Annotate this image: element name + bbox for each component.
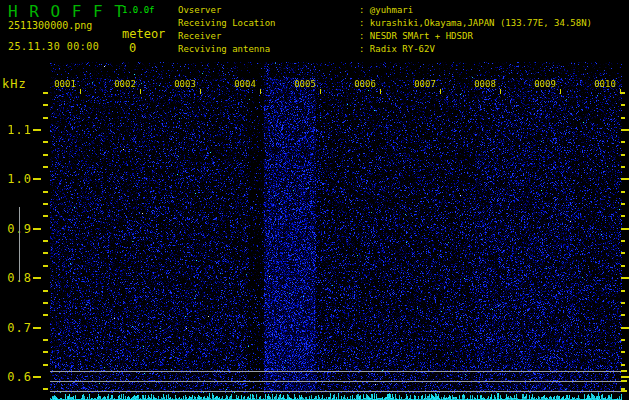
freq-minor-tick-left — [43, 351, 48, 353]
detection-band-marker — [19, 207, 20, 281]
station-info-separator: : — [359, 5, 370, 15]
time-tick — [80, 89, 81, 94]
freq-minor-tick-right — [621, 215, 625, 217]
freq-major-tick-left — [33, 277, 41, 279]
freq-minor-tick-left — [43, 203, 48, 205]
freq-tick-label: 0.8 — [4, 271, 32, 285]
station-info-label: Receiver — [178, 31, 359, 41]
freq-minor-tick-left — [43, 191, 48, 193]
freq-minor-tick-right — [621, 92, 625, 94]
freq-tick-label: 0.7 — [4, 321, 32, 335]
freq-minor-tick-right — [621, 117, 625, 119]
freq-minor-tick-right — [621, 364, 625, 366]
station-info-value: kurashiki,Okayama,JAPAN (133.77E, 34.58N… — [370, 18, 592, 28]
freq-minor-tick-left — [43, 166, 48, 168]
freq-minor-tick-left — [43, 240, 48, 242]
time-tick — [260, 89, 261, 94]
time-tick-label: 0006 — [352, 79, 378, 89]
freq-minor-tick-left — [43, 388, 48, 390]
station-info-separator: : — [359, 31, 370, 41]
freq-minor-tick-right — [621, 154, 625, 156]
time-tick — [620, 89, 621, 94]
meteor-count-value: 0 — [129, 41, 136, 55]
time-tick-label: 0007 — [412, 79, 438, 89]
station-info-row: Recviving antenna: Radix RY-62V — [178, 44, 618, 57]
capture-timestamp: 25.11.30 00:00 — [8, 41, 99, 52]
hrofft-window: H R O F F T 1.0.0f 2511300000.png meteor… — [0, 0, 629, 400]
freq-minor-tick-left — [43, 265, 48, 267]
time-tick — [320, 89, 321, 94]
freq-major-tick-right — [621, 228, 629, 230]
time-tick — [380, 89, 381, 94]
time-tick-label: 0003 — [172, 79, 198, 89]
reference-line-tick — [621, 390, 627, 392]
station-info-label: Receiving Location — [178, 18, 359, 28]
app-title: H R O F F T — [8, 2, 125, 21]
time-tick-label: 0004 — [232, 79, 258, 89]
freq-minor-tick-left — [43, 314, 48, 316]
station-info-value: @yuhmari — [370, 5, 413, 15]
freq-minor-tick-left — [43, 215, 48, 217]
time-tick — [200, 89, 201, 94]
freq-major-tick-left — [33, 376, 41, 378]
freq-minor-tick-right — [621, 314, 625, 316]
time-tick-label: 0005 — [292, 79, 318, 89]
freq-minor-tick-left — [43, 104, 48, 106]
freq-minor-tick-left — [43, 117, 48, 119]
freq-major-tick-left — [33, 178, 41, 180]
freq-major-tick-left — [33, 129, 41, 131]
station-info-label: Recviving antenna — [178, 44, 359, 54]
freq-major-tick-right — [621, 376, 629, 378]
freq-minor-tick-right — [621, 240, 625, 242]
freq-major-tick-right — [621, 327, 629, 329]
freq-tick-label: 0.6 — [4, 370, 32, 384]
time-tick-label: 0001 — [52, 79, 78, 89]
spectrogram-canvas — [50, 62, 622, 400]
station-info-row: Ovserver: @yuhmari — [178, 5, 618, 18]
station-info-separator: : — [359, 44, 370, 54]
reference-line — [50, 391, 622, 392]
time-tick-label: 0002 — [112, 79, 138, 89]
reference-line — [50, 371, 622, 372]
freq-minor-tick-right — [621, 203, 625, 205]
freq-minor-tick-right — [621, 351, 625, 353]
freq-minor-tick-right — [621, 339, 625, 341]
station-info-value: NESDR SMArt + HDSDR — [370, 31, 473, 41]
freq-major-tick-left — [33, 228, 41, 230]
time-tick — [560, 89, 561, 94]
reference-line — [50, 381, 622, 382]
freq-minor-tick-left — [43, 141, 48, 143]
time-tick — [440, 89, 441, 94]
freq-tick-label: 1.0 — [4, 172, 32, 186]
time-tick — [500, 89, 501, 94]
station-info-separator: : — [359, 18, 370, 28]
time-tick — [140, 89, 141, 94]
freq-axis-unit-label: kHz — [2, 77, 27, 91]
freq-minor-tick-left — [43, 302, 48, 304]
freq-minor-tick-left — [43, 290, 48, 292]
time-tick-label: 0008 — [472, 79, 498, 89]
freq-minor-tick-left — [43, 252, 48, 254]
freq-minor-tick-right — [621, 141, 625, 143]
reference-line-tick — [621, 370, 627, 372]
time-tick-label: 0009 — [532, 79, 558, 89]
freq-major-tick-right — [621, 129, 629, 131]
station-info-value: Radix RY-62V — [370, 44, 435, 54]
freq-minor-tick-left — [43, 339, 48, 341]
freq-minor-tick-right — [621, 191, 625, 193]
freq-major-tick-right — [621, 178, 629, 180]
freq-minor-tick-right — [621, 166, 625, 168]
reference-line-tick — [621, 380, 627, 382]
freq-minor-tick-left — [43, 154, 48, 156]
station-info-label: Ovserver — [178, 5, 359, 15]
time-tick-label: 0010 — [592, 79, 618, 89]
freq-minor-tick-right — [621, 290, 625, 292]
station-info-row: Receiving Location: kurashiki,Okayama,JA… — [178, 18, 618, 31]
station-info-row: Receiver: NESDR SMArt + HDSDR — [178, 31, 618, 44]
freq-minor-tick-right — [621, 252, 625, 254]
freq-minor-tick-right — [621, 265, 625, 267]
station-info-block: Ovserver: @yuhmariReceiving Location: ku… — [178, 5, 618, 57]
freq-tick-label: 0.9 — [4, 222, 32, 236]
app-version: 1.0.0f — [122, 5, 155, 15]
freq-minor-tick-left — [43, 364, 48, 366]
